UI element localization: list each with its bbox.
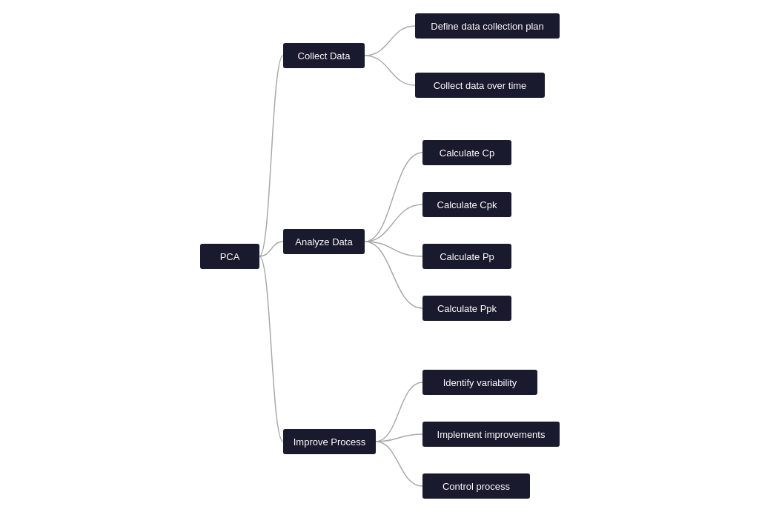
node-improve-process: Improve Process — [283, 429, 376, 454]
diagram-container: PCA Collect Data Analyze Data Improve Pr… — [0, 0, 759, 532]
node-identify-variability: Identify variability — [422, 370, 537, 395]
node-collect-data: Collect Data — [283, 43, 365, 68]
node-calc-cp: Calculate Cp — [422, 140, 511, 165]
node-pca: PCA — [200, 244, 259, 269]
node-implement-improvements: Implement improvements — [422, 422, 560, 447]
node-analyze-data: Analyze Data — [283, 229, 365, 254]
node-calc-pp: Calculate Pp — [422, 244, 511, 269]
node-control-process: Control process — [422, 473, 530, 499]
node-collect-over-time: Collect data over time — [415, 73, 545, 98]
node-calc-cpk: Calculate Cpk — [422, 192, 511, 217]
node-calc-ppk: Calculate Ppk — [422, 296, 511, 321]
node-define-plan: Define data collection plan — [415, 13, 560, 39]
connections-svg — [0, 0, 759, 532]
